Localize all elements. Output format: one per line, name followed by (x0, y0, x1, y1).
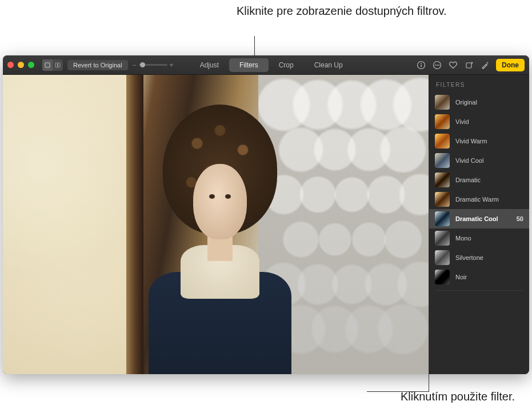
svg-point-9 (438, 65, 439, 66)
svg-point-7 (435, 65, 436, 66)
filter-item-original[interactable]: Original (429, 93, 529, 112)
toolbar-right-icons: Done (416, 59, 525, 71)
minimize-window-button[interactable] (18, 62, 24, 68)
info-icon[interactable] (416, 60, 426, 70)
view-split-icon[interactable] (53, 59, 63, 71)
tab-adjust[interactable]: Adjust (190, 58, 229, 72)
filter-thumb-icon (435, 153, 450, 168)
filter-label: Dramatic Warm (455, 196, 499, 203)
filter-label: Vivid Warm (455, 138, 487, 145)
svg-point-4 (421, 63, 422, 64)
sidebar-separator (435, 290, 523, 291)
callout-top: Kliknite pre zobrazenie dostupných filtr… (237, 3, 447, 18)
zoom-slider[interactable]: − + (133, 61, 174, 69)
filter-thumb-icon (435, 134, 450, 149)
tab-filters[interactable]: Filters (229, 58, 269, 72)
done-button[interactable]: Done (496, 59, 525, 71)
filter-label: Original (455, 99, 477, 106)
svg-point-8 (437, 65, 438, 66)
filter-item-mono[interactable]: Mono (429, 228, 529, 248)
filter-item-silvertone[interactable]: Silvertone (429, 248, 529, 267)
photo-viewport[interactable] (3, 75, 429, 374)
close-window-button[interactable] (7, 62, 14, 68)
filter-item-vivid-warm[interactable]: Vivid Warm (429, 131, 529, 151)
filter-label: Mono (455, 235, 471, 242)
auto-enhance-icon[interactable] (480, 60, 490, 70)
edit-tabs: Adjust Filters Crop Clean Up (190, 58, 353, 72)
view-single-icon[interactable] (42, 59, 53, 71)
view-toggle[interactable] (42, 59, 63, 71)
zoom-knob[interactable] (140, 62, 145, 67)
filter-thumb-icon (435, 192, 450, 207)
filter-item-dramatic-cool[interactable]: Dramatic Cool 50 (429, 209, 529, 228)
photos-edit-window: Revert to Original − + Adjust Filters Cr… (3, 55, 529, 374)
filter-item-vivid[interactable]: Vivid (429, 112, 529, 131)
filter-list: Original Vivid Vivid Warm Vivid Cool Dra… (429, 93, 529, 287)
filter-thumb-icon (435, 173, 450, 187)
zoom-track[interactable] (139, 64, 167, 66)
filters-sidebar: FILTERS Original Vivid Vivid Warm Vivid … (429, 75, 529, 374)
svg-rect-5 (421, 65, 421, 67)
filter-label: Vivid (455, 118, 469, 125)
svg-rect-1 (55, 63, 58, 67)
filter-label: Silvertone (455, 254, 483, 261)
filter-label: Dramatic Cool (455, 215, 498, 222)
fullscreen-window-button[interactable] (28, 62, 34, 68)
rotate-icon[interactable] (464, 60, 474, 70)
tab-cleanup[interactable]: Clean Up (304, 58, 353, 72)
callout-line (429, 150, 429, 392)
filter-item-noir[interactable]: Noir (429, 267, 529, 287)
filter-thumb-icon (435, 250, 450, 265)
filter-thumb-icon (435, 211, 450, 226)
filter-intensity-value: 50 (517, 215, 523, 222)
toolbar: Revert to Original − + Adjust Filters Cr… (3, 55, 529, 75)
callout-line (254, 36, 255, 56)
window-controls (7, 62, 34, 68)
filter-label: Noir (455, 274, 467, 280)
filter-thumb-icon (435, 95, 450, 110)
filter-item-vivid-cool[interactable]: Vivid Cool (429, 151, 529, 170)
revert-to-original-button[interactable]: Revert to Original (67, 60, 128, 70)
filter-label: Vivid Cool (455, 157, 483, 164)
filter-thumb-icon (435, 114, 450, 129)
svg-rect-2 (58, 63, 61, 67)
more-icon[interactable] (432, 60, 442, 70)
svg-rect-0 (45, 63, 50, 67)
callout-bottom: Kliknutím použite filter. (401, 390, 515, 403)
filter-label: Dramatic (455, 177, 481, 183)
zoom-out-icon: − (133, 61, 137, 69)
filter-item-dramatic-warm[interactable]: Dramatic Warm (429, 190, 529, 209)
filter-thumb-icon (435, 231, 450, 246)
filter-thumb-icon (435, 270, 450, 284)
zoom-in-icon: + (170, 61, 174, 69)
filter-item-dramatic[interactable]: Dramatic (429, 170, 529, 190)
favorite-icon[interactable] (448, 60, 458, 70)
content-area: FILTERS Original Vivid Vivid Warm Vivid … (3, 75, 529, 374)
sidebar-title: FILTERS (429, 79, 529, 93)
edited-photo (3, 75, 429, 374)
svg-rect-10 (466, 63, 471, 68)
tab-crop[interactable]: Crop (269, 58, 304, 72)
